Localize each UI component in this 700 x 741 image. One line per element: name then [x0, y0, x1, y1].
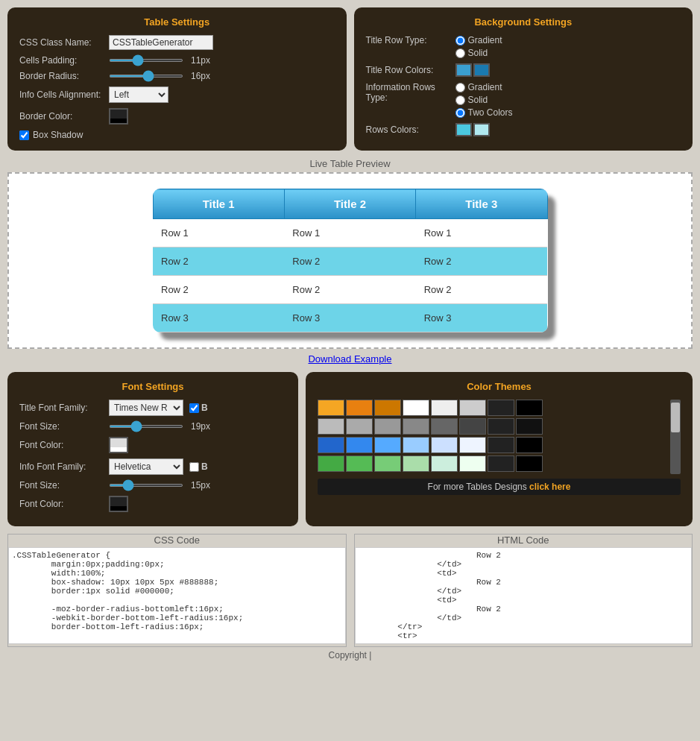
- theme-swatch[interactable]: [431, 418, 458, 435]
- title-bold-checkbox[interactable]: [189, 403, 199, 413]
- title-font-color-swatch[interactable]: [109, 437, 128, 453]
- cells-padding-value: 11px: [191, 55, 213, 66]
- title-row-solid-option[interactable]: Solid: [455, 48, 502, 58]
- border-radius-label: Border Radius:: [19, 71, 109, 81]
- theme-row-3: [318, 437, 668, 453]
- theme-row-2: [318, 418, 668, 435]
- theme-swatch[interactable]: [516, 455, 543, 472]
- theme-swatch[interactable]: [488, 437, 514, 453]
- theme-swatch[interactable]: [431, 455, 458, 472]
- info-font-size-value: 15px: [191, 480, 213, 491]
- themes-scrollbar[interactable]: [670, 400, 681, 474]
- title-row-gradient-option[interactable]: Gradient: [455, 35, 502, 45]
- title-font-family-label: Title Font Family:: [19, 403, 109, 413]
- theme-swatch[interactable]: [318, 455, 344, 472]
- theme-swatch[interactable]: [346, 418, 373, 435]
- theme-swatch[interactable]: [318, 437, 344, 453]
- theme-swatch[interactable]: [488, 418, 514, 435]
- cells-padding-label: Cells Padding:: [19, 55, 109, 66]
- title-color-swatch-2[interactable]: [473, 63, 490, 77]
- title-font-color-label: Font Color:: [19, 440, 109, 450]
- page-footer: Copyright |: [7, 647, 693, 663]
- info-rows-gradient-option[interactable]: Gradient: [455, 82, 513, 92]
- box-shadow-checkbox[interactable]: [19, 130, 29, 140]
- theme-swatch[interactable]: [488, 455, 514, 472]
- theme-swatch[interactable]: [516, 400, 543, 416]
- themes-scroll-area: [318, 400, 668, 474]
- theme-swatch[interactable]: [403, 418, 429, 435]
- rows-color-swatch-2[interactable]: [473, 123, 490, 136]
- theme-swatch[interactable]: [346, 400, 373, 416]
- title-row-colors-label: Title Row Colors:: [366, 65, 455, 75]
- theme-swatch[interactable]: [318, 400, 344, 416]
- info-bold-checkbox-container: B: [189, 461, 208, 472]
- theme-swatch[interactable]: [459, 455, 486, 472]
- rows-color-swatch-1[interactable]: [455, 123, 472, 136]
- themes-footer: For more Tables Designs click here: [318, 479, 681, 495]
- border-color-label: Border Color:: [19, 111, 109, 122]
- title-bold-checkbox-container: B: [189, 403, 208, 413]
- info-font-color-swatch[interactable]: [109, 496, 128, 512]
- themes-footer-link[interactable]: click here: [529, 482, 570, 492]
- theme-swatch[interactable]: [431, 400, 458, 416]
- theme-swatch[interactable]: [459, 400, 486, 416]
- border-radius-slider[interactable]: [109, 75, 183, 78]
- info-rows-solid-option[interactable]: Solid: [455, 95, 513, 105]
- preview-table: Title 1 Title 2 Title 3 Row 1 Row 1 Row …: [153, 189, 548, 332]
- info-cells-align-select[interactable]: Left Center Right: [109, 86, 168, 103]
- css-code-textarea[interactable]: .CSSTableGenerator { margin:0px;padding:…: [8, 547, 346, 644]
- css-code-box: CSS Code .CSSTableGenerator { margin:0px…: [7, 534, 347, 647]
- theme-swatch[interactable]: [459, 418, 486, 435]
- html-code-textarea[interactable]: Row 2 </td> <td> Row 2 </td> <td> Row 2 …: [355, 547, 693, 644]
- info-rows-twocolors-option[interactable]: Two Colors: [455, 107, 513, 118]
- table-row: Row 1 Row 1 Row 1: [153, 219, 547, 247]
- cells-padding-slider[interactable]: [109, 59, 183, 62]
- footer-text: Copyright |: [329, 650, 372, 660]
- info-font-family-label: Info Font Family:: [19, 461, 109, 472]
- theme-swatch[interactable]: [403, 400, 429, 416]
- theme-swatch[interactable]: [346, 455, 373, 472]
- info-font-family-select[interactable]: Helvetica Arial Times New Roman Georgia: [109, 458, 183, 475]
- info-font-size-label: Font Size:: [19, 480, 109, 491]
- theme-swatch[interactable]: [374, 400, 401, 416]
- table-settings-title: Table Settings: [19, 16, 335, 28]
- css-class-input[interactable]: [109, 35, 213, 50]
- box-shadow-label: Box Shadow: [33, 130, 83, 140]
- theme-swatch[interactable]: [318, 418, 344, 435]
- code-sections: CSS Code .CSSTableGenerator { margin:0px…: [7, 534, 693, 647]
- color-themes-title: Color Themes: [318, 381, 681, 392]
- title-font-size-slider[interactable]: [109, 425, 183, 428]
- info-font-color-label: Font Color:: [19, 499, 109, 509]
- theme-swatch[interactable]: [403, 455, 429, 472]
- info-bold-checkbox[interactable]: [189, 462, 199, 472]
- table-header-1: Title 1: [153, 189, 284, 219]
- table-header-2: Title 2: [284, 189, 415, 219]
- themes-scrollbar-thumb[interactable]: [671, 403, 680, 432]
- download-example-link[interactable]: Download Example: [308, 353, 391, 365]
- info-font-size-slider[interactable]: [109, 484, 183, 487]
- theme-swatch[interactable]: [516, 437, 543, 453]
- theme-swatch[interactable]: [374, 418, 401, 435]
- font-settings-title: Font Settings: [19, 381, 286, 392]
- title-row-type-label: Title Row Type:: [366, 35, 455, 45]
- theme-swatch[interactable]: [403, 437, 429, 453]
- border-radius-value: 16px: [191, 71, 213, 81]
- theme-swatch[interactable]: [374, 437, 401, 453]
- table-settings-panel: Table Settings CSS Class Name: Cells Pad…: [7, 7, 347, 151]
- theme-swatch[interactable]: [459, 437, 486, 453]
- title-font-size-label: Font Size:: [19, 421, 109, 432]
- background-settings-panel: Background Settings Title Row Type: Grad…: [354, 7, 693, 151]
- themes-footer-text: For more Tables Designs: [428, 482, 530, 492]
- font-settings-panel: Font Settings Title Font Family: Times N…: [7, 372, 298, 526]
- theme-swatch[interactable]: [488, 400, 514, 416]
- preview-section: Title 1 Title 2 Title 3 Row 1 Row 1 Row …: [7, 172, 693, 349]
- title-color-swatch-1[interactable]: [455, 63, 472, 77]
- title-font-family-select[interactable]: Times New R Arial Helvetica Georgia: [109, 400, 183, 416]
- table-row: Row 2 Row 2 Row 2: [153, 276, 547, 304]
- theme-swatch[interactable]: [431, 437, 458, 453]
- theme-swatch[interactable]: [516, 418, 543, 435]
- css-code-label: CSS Code: [8, 535, 346, 546]
- border-color-swatch[interactable]: [109, 108, 128, 124]
- theme-swatch[interactable]: [346, 437, 373, 453]
- theme-swatch[interactable]: [374, 455, 401, 472]
